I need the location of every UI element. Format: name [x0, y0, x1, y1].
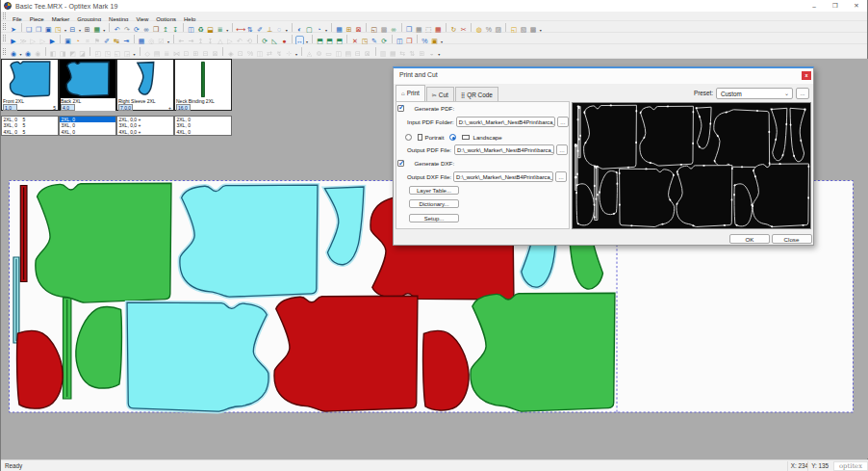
measure-band-icon[interactable]: ⊟ [353, 49, 363, 59]
generate-pdf-checkbox[interactable]: ✓ [397, 105, 404, 112]
pack-up-icon[interactable]: ◱ [113, 49, 122, 59]
snap-move-3-icon[interactable]: ◉ [33, 49, 42, 59]
spread-icon[interactable]: ⊹ [285, 49, 294, 59]
balance-tool-icon[interactable]: ◒ [427, 49, 437, 59]
bowtie-icon[interactable]: ⋈ [172, 49, 182, 59]
fabric-fold-icon[interactable]: ◈ [226, 49, 236, 59]
piece-red-binding[interactable] [20, 186, 27, 282]
dialog-close-footer-button[interactable]: Close [772, 234, 812, 244]
size-list-neck-binding[interactable]: 2XL, 0 3XL, 0 4XL, 0 [174, 116, 232, 136]
size-12-icon[interactable]: ▤ [152, 49, 162, 59]
size-list-front[interactable]: 2XL, 0 5 3XL, 0 5 4XL, 0 5 [1, 116, 59, 136]
landscape-radio[interactable] [449, 134, 456, 141]
tab-print[interactable]: ⌂Print [396, 85, 425, 102]
preset-more-button[interactable]: ... [796, 88, 809, 99]
size-row[interactable]: 4XL, 0 [175, 129, 231, 135]
rotate-pair-icon[interactable]: ⇄ [265, 49, 274, 59]
close-button[interactable]: ✕ [846, 0, 867, 12]
size-list-back[interactable]: 2XL, 0 3XL, 0 4XL, 0 [59, 116, 116, 136]
piece-qty[interactable]: 16,0 [176, 104, 191, 111]
piece-cell-right-sleeve[interactable]: Right Sleeve 2XL 7,0,0+ [116, 59, 174, 111]
tab-cut[interactable]: ✂Cut [426, 87, 454, 101]
menu-grip[interactable] [3, 13, 6, 19]
toolbar2-grip[interactable] [3, 35, 6, 41]
piece-cell-front[interactable]: Front 2XL 1,05 [1, 59, 59, 111]
piece-qty-row: 1,05 [3, 104, 57, 111]
pack-right-icon[interactable]: ◳ [103, 49, 113, 59]
piece-cell-back[interactable]: Back 2XL 4,0 [59, 59, 116, 111]
piece-thumbnail-front [4, 61, 56, 97]
pleat-icon[interactable]: ⊟ [201, 49, 211, 59]
output-dxf-file-field[interactable]: D:\_work\_Marker\_NestB4Print\barca_ima [453, 171, 553, 182]
pack-down-icon[interactable]: ◲ [122, 49, 132, 59]
repeat-y-icon[interactable]: ⇅ [408, 49, 418, 59]
dropdown-arrow-icon[interactable]: ▾ [538, 28, 543, 33]
preset-dropdown[interactable]: Custom⌄ [716, 88, 793, 99]
snap-move-2-icon[interactable]: ◉ [23, 49, 33, 59]
output-pdf-browse-button[interactable]: ... [556, 144, 568, 155]
dropdown-arrow-icon[interactable]: ▾ [18, 52, 23, 57]
seam-tool-icon[interactable]: ◫ [334, 49, 344, 59]
notch-tool-icon[interactable]: ◬ [305, 49, 315, 59]
restore-button[interactable]: ❐ [825, 0, 846, 12]
piece-cyan-binding[interactable] [13, 257, 19, 343]
offset-tool-icon[interactable]: ⊞ [418, 49, 427, 59]
size-list-icon[interactable]: ≣ [163, 49, 172, 59]
dropdown-arrow-icon[interactable]: ▾ [437, 52, 442, 57]
generate-dxf-checkbox[interactable]: ✓ [397, 160, 404, 167]
piece-cyan-body-2[interactable] [127, 302, 268, 411]
units-tool-icon[interactable]: ⊠ [363, 49, 372, 59]
align-top-icon[interactable]: ◩ [68, 49, 78, 59]
size-row[interactable]: 4XL, 0,0 + [117, 129, 173, 135]
piece-red-body-2[interactable] [274, 296, 418, 411]
dialog-close-button[interactable]: x [802, 71, 811, 80]
piece-green-body-1[interactable] [36, 183, 171, 302]
input-pdf-browse-button[interactable]: ... [557, 117, 569, 127]
piece-green-binding[interactable] [64, 298, 71, 399]
input-pdf-folder-field[interactable]: D:\_work\_Marker\_NestB4Print\barca_im [456, 117, 555, 127]
repeat-x-icon[interactable]: ⇆ [398, 49, 408, 59]
box-dot-icon[interactable]: ⊡ [182, 49, 191, 59]
dictionary-button[interactable]: Dictionary... [409, 199, 459, 208]
align-left-icon[interactable]: ◧ [49, 49, 59, 59]
ok-button[interactable]: OK [729, 234, 770, 244]
dropdown-arrow-icon[interactable]: ▾ [294, 52, 298, 57]
grade-tool-icon[interactable]: ▤ [344, 49, 353, 59]
step-12-icon[interactable]: ⊡ [236, 49, 245, 59]
fold-icon[interactable]: ⊠ [211, 49, 220, 59]
align-right-icon[interactable]: ◨ [59, 49, 68, 59]
output-dxf-browse-button[interactable]: ... [555, 171, 567, 182]
piece-green-body-2[interactable] [471, 293, 615, 411]
pack-left-icon[interactable]: ◰ [93, 49, 103, 59]
piece-cell-neck-binding[interactable]: Neck Binding 2XL 16,0 [174, 59, 232, 111]
pair-link-icon[interactable]: ◇ [142, 49, 152, 59]
plaid-match-icon[interactable]: ▦ [388, 49, 397, 59]
tab-qr-code[interactable]: ⣿QR Code [455, 87, 498, 101]
stripe-match-icon[interactable]: ▥ [378, 49, 388, 59]
orientation-row: Portrait Landscape [405, 134, 502, 141]
text-tool-icon[interactable]: ▭ [324, 49, 334, 59]
piece-qty[interactable]: 7,0,0 [118, 104, 133, 111]
align-bottom-icon[interactable]: ◪ [78, 49, 88, 59]
piece-cyan-body-1[interactable] [180, 185, 318, 297]
output-pdf-file-field[interactable]: D:\_work\_Marker\_NestB4Print\barca_ima [454, 144, 554, 155]
toolbar3-grip[interactable] [3, 48, 6, 55]
overlap-icon[interactable]: ⊞ [191, 49, 201, 59]
mirror-pair-icon[interactable]: ◫ [255, 49, 265, 59]
size-list-right-sleeve[interactable]: 2XL, 0,0 + 3XL, 0,0 + 4XL, 0,0 + [116, 116, 174, 136]
size-row[interactable]: 4XL, 0 5 [2, 129, 58, 135]
toolbar1-grip[interactable] [3, 23, 6, 30]
snap-move-icon[interactable]: ◉ [9, 49, 18, 59]
tilt-pair-icon[interactable]: ↯ [275, 49, 285, 59]
drill-tool-icon[interactable]: ⊚ [315, 49, 324, 59]
setup-button[interactable]: Setup... [409, 214, 459, 222]
dropdown-arrow-icon[interactable]: ▾ [132, 52, 137, 57]
layer-table-button[interactable]: Layer Table... [409, 186, 459, 195]
piece-qty[interactable]: 1,0 [3, 104, 17, 111]
chain-icon[interactable]: % [245, 49, 255, 59]
scissors-icon: ✂ [432, 92, 437, 98]
minimize-button[interactable]: – [804, 0, 825, 12]
piece-qty[interactable]: 4,0 [61, 104, 75, 111]
portrait-radio[interactable] [405, 134, 412, 141]
size-row[interactable]: 4XL, 0 [60, 129, 115, 135]
